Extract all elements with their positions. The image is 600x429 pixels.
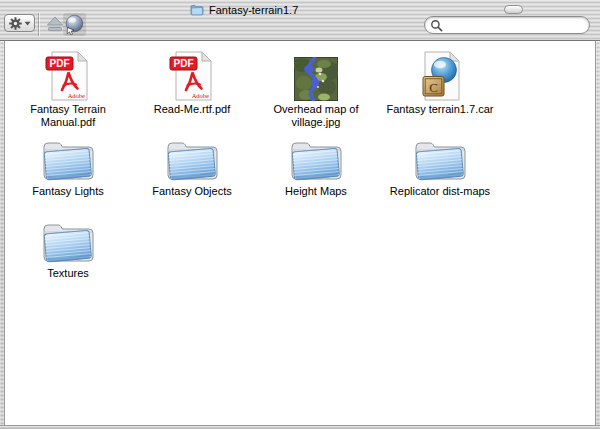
file-item[interactable]: Height Maps <box>254 131 378 213</box>
file-label: Fantasy Terrain Manual.pdf <box>8 103 128 129</box>
folder-icon <box>164 137 220 183</box>
folder-icon <box>412 137 468 183</box>
folder-icon <box>40 219 96 265</box>
chevron-down-icon <box>24 21 31 26</box>
search-input[interactable] <box>443 18 594 32</box>
file-label: Fantasy Lights <box>32 185 104 198</box>
pdf-file-icon: PDF Adobe <box>169 51 215 101</box>
file-icon-wrap <box>40 213 96 265</box>
file-icon-wrap <box>164 131 220 183</box>
folder-mini-icon <box>190 4 204 16</box>
finder-content-area: PDF Adobe Fantasy Terrain Manual.pdf PDF… <box>5 41 595 425</box>
window-edge-right <box>595 41 600 425</box>
file-icon-wrap <box>294 49 338 101</box>
window-edge-bottom <box>0 425 600 429</box>
file-icon-wrap: PDF Adobe <box>45 49 91 101</box>
folder-icon <box>40 137 96 183</box>
pdf-file-icon: PDF Adobe <box>45 51 91 101</box>
finder-window: Fantasy-terrain1.7 <box>0 0 600 429</box>
svg-text:PDF: PDF <box>174 58 194 69</box>
file-item[interactable]: Replicator dist-maps <box>378 131 502 213</box>
file-item[interactable]: Overhead map ofvillage.jpg <box>254 49 378 131</box>
file-item[interactable]: Fantasy Objects <box>130 131 254 213</box>
search-icon <box>430 19 443 32</box>
file-item[interactable]: PDF Adobe Fantasy Terrain Manual.pdf <box>6 49 130 131</box>
file-label: Fantasy terrain1.7.car <box>387 103 494 116</box>
file-item[interactable]: PDF Adobe Read-Me.rtf.pdf <box>130 49 254 131</box>
file-icon-wrap <box>412 131 468 183</box>
window-chrome: Fantasy-terrain1.7 <box>0 0 600 41</box>
file-label: Overhead map ofvillage.jpg <box>274 103 359 129</box>
file-label: Textures <box>47 267 89 280</box>
carrara-file-icon: C <box>417 51 463 101</box>
map-thumbnail-icon <box>294 57 338 101</box>
file-label: Replicator dist-maps <box>390 185 490 198</box>
eject-button[interactable] <box>45 15 64 33</box>
file-icon-wrap: C <box>417 49 463 101</box>
file-icon-wrap <box>40 131 96 183</box>
file-label: Read-Me.rtf.pdf <box>154 103 230 116</box>
file-item[interactable]: C Fantasy terrain1.7.car <box>378 49 502 131</box>
file-item[interactable]: Fantasy Lights <box>6 131 130 213</box>
file-item[interactable]: Textures <box>6 213 130 295</box>
toolbar-pill-button[interactable] <box>504 5 523 14</box>
file-label: Height Maps <box>285 185 347 198</box>
svg-text:PDF: PDF <box>50 58 70 69</box>
file-grid: PDF Adobe Fantasy Terrain Manual.pdf PDF… <box>5 41 595 295</box>
gear-icon <box>9 17 22 30</box>
window-title-group: Fantasy-terrain1.7 <box>190 4 298 16</box>
eject-icon <box>46 16 64 33</box>
file-icon-wrap <box>288 131 344 183</box>
svg-text:C: C <box>429 80 438 95</box>
window-title: Fantasy-terrain1.7 <box>209 4 298 16</box>
file-icon-wrap: PDF Adobe <box>169 49 215 101</box>
svg-text:Adobe: Adobe <box>68 92 85 99</box>
action-menu-button[interactable] <box>4 14 35 32</box>
svg-text:Adobe: Adobe <box>192 92 209 99</box>
folder-icon <box>288 137 344 183</box>
search-field[interactable] <box>424 16 590 34</box>
toolbar-divider <box>38 13 39 36</box>
file-label: Fantasy Objects <box>152 185 231 198</box>
sphere-button[interactable] <box>63 13 86 36</box>
sphere-cursor-icon <box>64 14 85 35</box>
